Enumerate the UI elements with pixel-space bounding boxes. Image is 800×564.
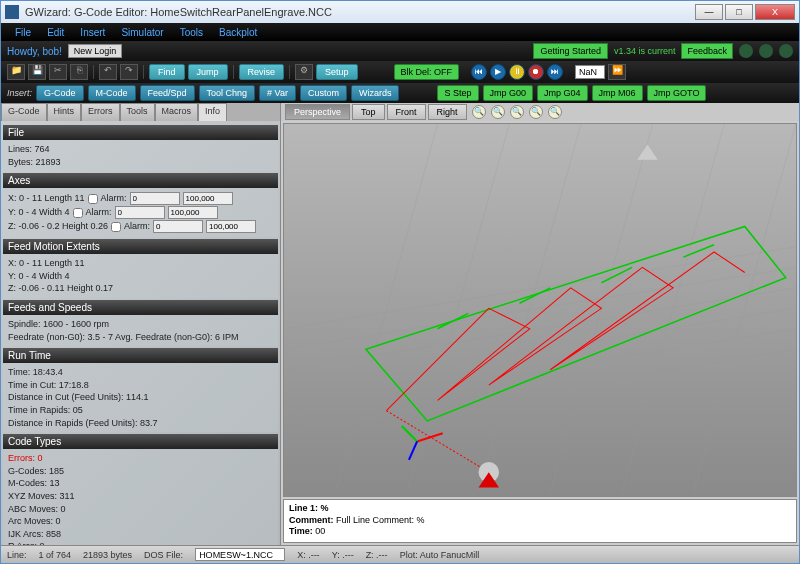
svg-line-16: [402, 426, 417, 441]
tab-macros[interactable]: Macros: [155, 103, 199, 121]
ct-mcodes: M-Codes: 13: [8, 477, 273, 490]
sb-x: X: .---: [297, 550, 320, 560]
rewind-button[interactable]: ⏮: [471, 64, 487, 80]
open-icon[interactable]: 📁: [7, 64, 25, 80]
blk-del-button[interactable]: Blk Del: OFF: [394, 64, 460, 80]
sb-dosfile-input[interactable]: [195, 548, 285, 561]
stop-button[interactable]: ⏺: [528, 64, 544, 80]
ins-mcode[interactable]: M-Code: [88, 85, 136, 101]
view-top[interactable]: Top: [352, 104, 385, 120]
nan-input[interactable]: [575, 65, 605, 79]
z-alarm-check[interactable]: [111, 222, 121, 232]
info-icon[interactable]: [759, 44, 773, 58]
menu-insert[interactable]: Insert: [72, 27, 113, 38]
zoom-in-icon[interactable]: 🔍: [472, 105, 486, 119]
zoom-out-icon[interactable]: 🔍: [491, 105, 505, 119]
left-tabs: G-Code Hints Errors Tools Macros Info: [1, 103, 280, 121]
grid-svg: [284, 124, 796, 493]
view-right[interactable]: Right: [428, 104, 467, 120]
find-button[interactable]: Find: [149, 64, 185, 80]
y-max-input[interactable]: [168, 206, 218, 219]
jmp-goto-button[interactable]: Jmp GOTO: [647, 85, 707, 101]
view-front[interactable]: Front: [387, 104, 426, 120]
minimize-button[interactable]: —: [695, 4, 723, 20]
cut-icon[interactable]: ✂: [49, 64, 67, 80]
ins-toolchng[interactable]: Tool Chng: [199, 85, 256, 101]
info-comment-label: Comment:: [289, 515, 334, 525]
tab-gcode[interactable]: G-Code: [1, 103, 47, 121]
new-login-button[interactable]: New Login: [68, 44, 123, 58]
config-icon[interactable]: ⚙: [295, 64, 313, 80]
maximize-button[interactable]: □: [725, 4, 753, 20]
ct-xyz: XYZ Moves: 311: [8, 490, 273, 503]
view-perspective[interactable]: Perspective: [285, 104, 350, 120]
x-max-input[interactable]: [183, 192, 233, 205]
sb-line-label: Line:: [7, 550, 27, 560]
play-button[interactable]: ▶: [490, 64, 506, 80]
info-time: 00: [315, 526, 325, 536]
close-button[interactable]: X: [755, 4, 795, 20]
line-info-box: Line 1: % Comment: Full Line Comment: % …: [283, 499, 797, 543]
undo-icon[interactable]: ↶: [99, 64, 117, 80]
jmp-g00-button[interactable]: Jmp G00: [483, 85, 534, 101]
z-max-input[interactable]: [206, 220, 256, 233]
help-icon[interactable]: [739, 44, 753, 58]
greeting: Howdy, bob!: [7, 46, 62, 57]
revise-button[interactable]: Revise: [239, 64, 285, 80]
fme-x: X: 0 - 11 Length 11: [8, 257, 273, 270]
feedback-button[interactable]: Feedback: [681, 43, 733, 59]
sb-bytes: 21893 bytes: [83, 550, 132, 560]
ct-errors: Errors: 0: [8, 452, 273, 465]
ins-feedspd[interactable]: Feed/Spd: [140, 85, 195, 101]
menu-simulator[interactable]: Simulator: [113, 27, 171, 38]
axis-y: Y: 0 - 4 Width 4: [8, 206, 70, 219]
redo-icon[interactable]: ↷: [120, 64, 138, 80]
tab-errors[interactable]: Errors: [81, 103, 120, 121]
titlebar: GWizard: G-Code Editor: HomeSwitchRearPa…: [1, 1, 799, 23]
axes-section: X: 0 - 11 Length 11 Alarm: Y: 0 - 4 Widt…: [3, 188, 278, 237]
tab-hints[interactable]: Hints: [47, 103, 82, 121]
tab-info[interactable]: Info: [198, 103, 227, 121]
menu-tools[interactable]: Tools: [172, 27, 211, 38]
menu-backplot[interactable]: Backplot: [211, 27, 265, 38]
ins-wizards[interactable]: Wizards: [351, 85, 400, 101]
ct-header: Code Types: [3, 434, 278, 449]
zoom-fit-icon[interactable]: 🔍: [510, 105, 524, 119]
ins-var[interactable]: # Var: [259, 85, 296, 101]
jump-button[interactable]: Jump: [188, 64, 228, 80]
x-alarm-check[interactable]: [88, 194, 98, 204]
zoom-sel-icon[interactable]: 🔍: [529, 105, 543, 119]
view-tabs: Perspective Top Front Right 🔍 🔍 🔍 🔍 🔍: [281, 103, 799, 121]
jmp-g04-button[interactable]: Jmp G04: [537, 85, 588, 101]
file-header: File: [3, 125, 278, 140]
forward-button[interactable]: ⏭: [547, 64, 563, 80]
ins-gcode[interactable]: G-Code: [36, 85, 84, 101]
pause-button[interactable]: ⏸: [509, 64, 525, 80]
y-min-input[interactable]: [115, 206, 165, 219]
speed-icon[interactable]: ⏩: [608, 64, 626, 80]
svg-line-17: [409, 441, 417, 459]
sb-dos-label: DOS File:: [144, 550, 183, 560]
settings-icon[interactable]: [779, 44, 793, 58]
app-icon: [5, 5, 19, 19]
save-icon[interactable]: 💾: [28, 64, 46, 80]
z-min-input[interactable]: [153, 220, 203, 233]
info-time-label: Time:: [289, 526, 313, 536]
ct-section: Errors: 0 G-Codes: 185 M-Codes: 13 XYZ M…: [3, 449, 278, 545]
setup-button[interactable]: Setup: [316, 64, 358, 80]
menu-edit[interactable]: Edit: [39, 27, 72, 38]
sstep-button[interactable]: S Step: [437, 85, 478, 101]
y-alarm-check[interactable]: [73, 208, 83, 218]
x-min-input[interactable]: [130, 192, 180, 205]
3d-viewport[interactable]: [283, 123, 797, 497]
copy-icon[interactable]: ⎘: [70, 64, 88, 80]
sb-line-of: 1 of 764: [39, 550, 72, 560]
tab-tools[interactable]: Tools: [120, 103, 155, 121]
jmp-m06-button[interactable]: Jmp M06: [592, 85, 643, 101]
getting-started-button[interactable]: Getting Started: [533, 43, 608, 59]
svg-line-5: [284, 349, 796, 431]
svg-line-2: [284, 288, 796, 370]
ins-custom[interactable]: Custom: [300, 85, 347, 101]
zoom-reset-icon[interactable]: 🔍: [548, 105, 562, 119]
menu-file[interactable]: File: [7, 27, 39, 38]
